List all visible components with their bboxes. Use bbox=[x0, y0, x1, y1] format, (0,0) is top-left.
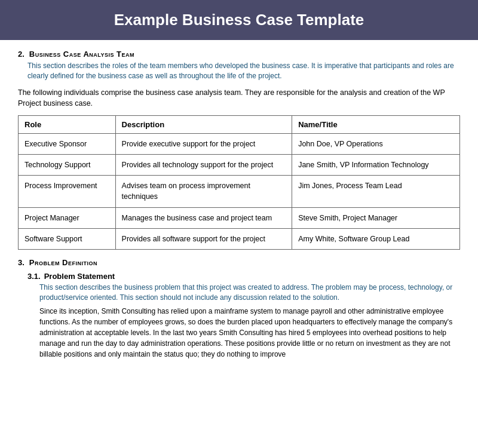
section3-header: 3.Problem Definition bbox=[18, 258, 460, 267]
subsection31-title: Problem Statement bbox=[44, 272, 115, 281]
subsection31-body: Since its inception, Smith Consulting ha… bbox=[39, 306, 460, 360]
page-header: Example Business Case Template bbox=[0, 0, 478, 40]
table-row: Process ImprovementAdvises team on proce… bbox=[19, 176, 460, 207]
cell-name: John Doe, VP Operations bbox=[292, 134, 460, 155]
section2-number: 2. bbox=[18, 50, 24, 59]
cell-description: Provides all software support for the pr… bbox=[115, 228, 292, 249]
cell-role: Executive Sponsor bbox=[19, 134, 116, 155]
table-row: Project ManagerManages the business case… bbox=[19, 207, 460, 228]
table-row: Software SupportProvides all software su… bbox=[19, 228, 460, 249]
cell-description: Advises team on process improvement tech… bbox=[115, 176, 292, 207]
subsection31-description: This section describes the business prob… bbox=[39, 283, 460, 303]
table-row: Executive SponsorProvide executive suppo… bbox=[19, 134, 460, 155]
cell-description: Manages the business case and project te… bbox=[115, 207, 292, 228]
cell-name: Amy White, Software Group Lead bbox=[292, 228, 460, 249]
subsection31: 3.1.Problem Statement This section descr… bbox=[27, 272, 460, 360]
page-title: Example Business Case Template bbox=[114, 11, 364, 29]
table-row: Technology SupportProvides all technolog… bbox=[19, 155, 460, 176]
team-table: Role Description Name/Title Executive Sp… bbox=[18, 115, 460, 250]
cell-name: Jim Jones, Process Team Lead bbox=[292, 176, 460, 207]
cell-role: Software Support bbox=[19, 228, 116, 249]
section2-description: This section describes the roles of the … bbox=[27, 61, 460, 81]
cell-name: Steve Smith, Project Manager bbox=[292, 207, 460, 228]
section2-title: Business Case Analysis Team bbox=[29, 50, 134, 59]
cell-role: Technology Support bbox=[19, 155, 116, 176]
cell-role: Project Manager bbox=[19, 207, 116, 228]
cell-description: Provides all technology support for the … bbox=[115, 155, 292, 176]
section2-header: 2.Business Case Analysis Team This secti… bbox=[18, 50, 460, 81]
section3-title: Problem Definition bbox=[29, 258, 97, 267]
cell-description: Provide executive support for the projec… bbox=[115, 134, 292, 155]
col-header-description: Description bbox=[115, 116, 292, 134]
col-header-role: Role bbox=[19, 116, 116, 134]
cell-role: Process Improvement bbox=[19, 176, 116, 207]
section3-number: 3. bbox=[18, 258, 24, 267]
section2-intro: The following individuals comprise the b… bbox=[18, 87, 460, 110]
col-header-name: Name/Title bbox=[292, 116, 460, 134]
cell-name: Jane Smith, VP Information Technology bbox=[292, 155, 460, 176]
subsection31-number: 3.1. bbox=[27, 272, 41, 281]
